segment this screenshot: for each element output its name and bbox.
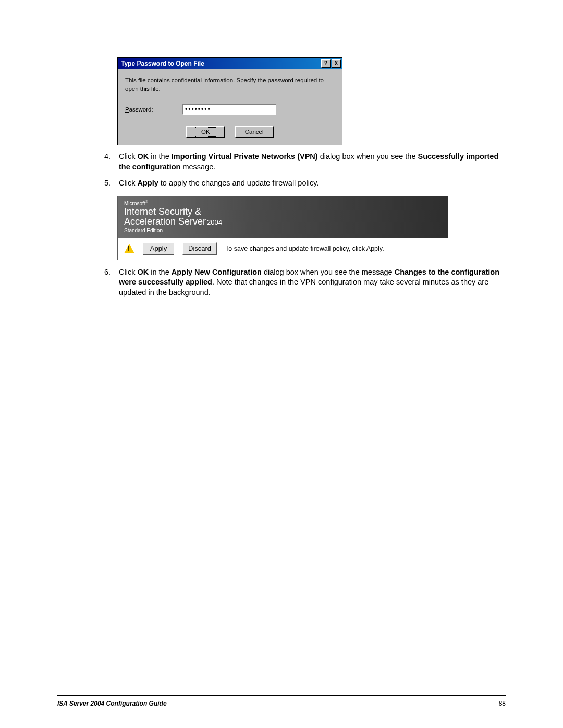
- footer-title: ISA Server 2004 Configuration Guide: [57, 700, 167, 707]
- page-number: 88: [499, 700, 506, 707]
- password-input[interactable]: ••••••••: [182, 104, 276, 115]
- ok-button[interactable]: OK: [186, 126, 225, 138]
- password-label: Password:: [125, 106, 182, 113]
- step-5: 5. Click Apply to apply the changes and …: [104, 178, 506, 189]
- close-icon[interactable]: X: [332, 59, 341, 68]
- isa-message: To save changes and update firewall poli…: [225, 245, 442, 252]
- footer-divider: [57, 695, 506, 696]
- page-footer: ISA Server 2004 Configuration Guide 88: [57, 700, 506, 707]
- dialog-instruction: This file contains confidential informat…: [125, 77, 335, 93]
- isa-banner: Microsoft® Internet Security & Accelerat…: [117, 196, 448, 260]
- cancel-button[interactable]: Cancel: [235, 126, 274, 138]
- dialog-title: Type Password to Open File: [121, 60, 320, 67]
- isa-header: Microsoft® Internet Security & Accelerat…: [118, 196, 448, 238]
- password-dialog: Type Password to Open File ? X This file…: [117, 57, 342, 145]
- help-icon[interactable]: ?: [321, 59, 331, 68]
- discard-button[interactable]: Discard: [182, 242, 217, 255]
- apply-button[interactable]: Apply: [143, 242, 174, 255]
- step-6: 6. Click OK in the Apply New Configurati…: [104, 267, 506, 298]
- warning-icon: [124, 244, 134, 253]
- step-4: 4. Click OK in the Importing Virtual Pri…: [104, 152, 506, 172]
- titlebar: Type Password to Open File ? X: [118, 58, 342, 69]
